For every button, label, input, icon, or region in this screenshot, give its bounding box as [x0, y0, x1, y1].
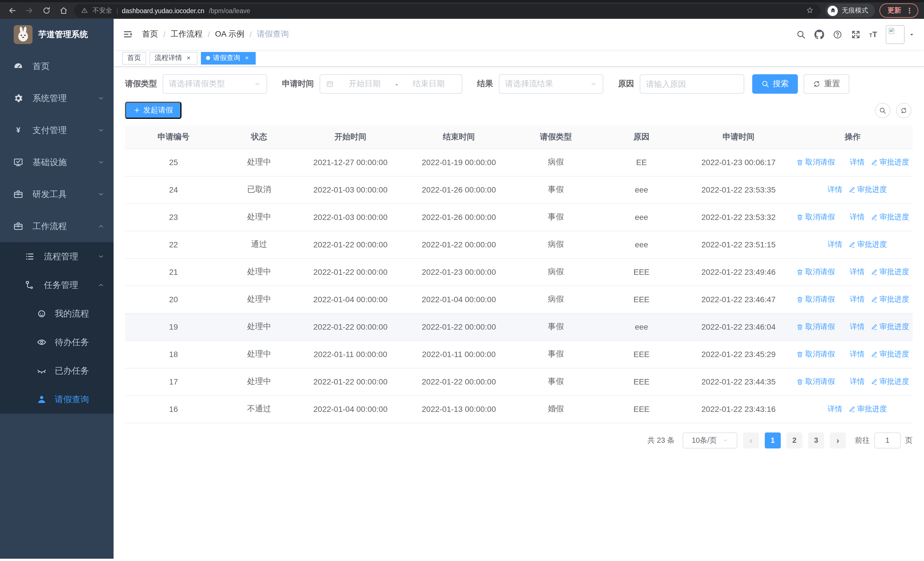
help-icon[interactable] — [832, 29, 842, 39]
sidebar-item-my-process[interactable]: 我的流程 — [0, 299, 114, 328]
close-icon[interactable]: × — [243, 54, 250, 62]
refresh-table-button[interactable] — [896, 102, 912, 118]
table-row[interactable]: 18处理中2022-01-11 00:00:002022-01-11 00:00… — [125, 340, 913, 368]
table-row[interactable]: 25处理中2021-12-27 00:00:002022-01-19 00:00… — [125, 149, 913, 176]
action-cancel-link[interactable]: 取消请假 — [796, 349, 835, 359]
action-detail-link[interactable]: 详情 — [818, 404, 842, 414]
sidebar-item-payment[interactable]: 支付管理 — [0, 114, 114, 146]
action-detail-link[interactable]: 详情 — [841, 212, 865, 222]
table-row[interactable]: 22通过2022-01-22 00:00:002022-01-22 00:00:… — [125, 231, 913, 258]
bookmark-star-icon[interactable] — [806, 6, 814, 15]
tags-view-bar: 首页 流程详情 × 请假查询 × — [114, 50, 924, 67]
sidebar-collapse-icon[interactable] — [123, 29, 133, 39]
cell-actions: 详情审批进度 — [793, 231, 913, 258]
action-cancel-link[interactable]: 取消请假 — [796, 376, 835, 387]
action-progress-link[interactable]: 审批进度 — [870, 376, 909, 387]
action-cancel-link[interactable]: 取消请假 — [796, 157, 835, 167]
progress-icon — [870, 378, 878, 385]
action-progress-link[interactable]: 审批进度 — [870, 157, 909, 167]
reason-label: 原因 — [618, 79, 634, 89]
font-size-icon[interactable]: TT — [869, 30, 877, 38]
action-cancel-link[interactable]: 取消请假 — [796, 322, 835, 332]
browser-update-button[interactable]: 更新 ⋮ — [879, 3, 918, 18]
reload-icon[interactable] — [40, 4, 52, 17]
action-progress-link[interactable]: 审批进度 — [848, 404, 887, 414]
result-placeholder: 请选择流结果 — [505, 79, 590, 89]
search-icon[interactable] — [796, 29, 806, 39]
prev-page-button[interactable]: ‹ — [743, 432, 759, 448]
tab-home[interactable]: 首页 — [122, 52, 146, 64]
sidebar-item-workflow[interactable]: 工作流程 — [0, 210, 114, 242]
fullscreen-icon[interactable] — [851, 29, 861, 39]
sidebar-item-infra[interactable]: 基础设施 — [0, 146, 114, 178]
action-detail-link[interactable]: 详情 — [818, 185, 842, 195]
table-row[interactable]: 23处理中2022-01-03 00:00:002022-01-26 00:00… — [125, 203, 913, 231]
reason-input[interactable] — [640, 74, 744, 94]
action-progress-link[interactable]: 审批进度 — [870, 349, 909, 359]
action-cancel-link[interactable]: 取消请假 — [796, 267, 835, 277]
sidebar-item-home[interactable]: 首页 — [0, 50, 114, 82]
action-detail-link[interactable]: 详情 — [841, 322, 865, 332]
github-icon[interactable] — [814, 29, 824, 39]
breadcrumb-home[interactable]: 首页 — [142, 29, 158, 39]
next-page-button[interactable]: › — [830, 432, 846, 448]
kebab-menu-icon[interactable]: ⋮ — [906, 7, 913, 14]
close-icon[interactable]: × — [185, 54, 192, 62]
user-avatar-menu[interactable] — [886, 25, 915, 44]
sidebar-item-system[interactable]: 系统管理 — [0, 82, 114, 114]
action-detail-link[interactable]: 详情 — [841, 267, 865, 277]
tab-process-detail[interactable]: 流程详情 × — [150, 52, 198, 64]
sidebar-item-task-mgmt[interactable]: 任务管理 — [0, 271, 114, 299]
result-select[interactable]: 请选择流结果 — [499, 74, 603, 94]
action-progress-link[interactable]: 审批进度 — [870, 267, 909, 277]
action-progress-link[interactable]: 审批进度 — [870, 212, 909, 222]
search-button[interactable]: 搜索 — [752, 74, 798, 94]
address-bar[interactable]: 不安全 dashboard.yudao.iocoder.cn/bpm/oa/le… — [74, 4, 821, 17]
action-cancel-link[interactable]: 取消请假 — [796, 212, 835, 222]
action-progress-link[interactable]: 审批进度 — [848, 185, 887, 195]
action-cancel-link[interactable]: 取消请假 — [796, 294, 835, 304]
list-icon — [23, 251, 36, 262]
action-detail-link[interactable]: 详情 — [841, 349, 865, 359]
jump-page-input[interactable] — [874, 432, 901, 448]
cell-end-time: 2022-01-22 00:00:00 — [405, 231, 513, 258]
sidebar-item-devtools[interactable]: 研发工具 — [0, 178, 114, 210]
breadcrumb-workflow[interactable]: 工作流程 — [171, 29, 202, 39]
tab-leave-query[interactable]: 请假查询 × — [201, 52, 256, 64]
action-detail-link[interactable]: 详情 — [841, 376, 865, 387]
table-row[interactable]: 17处理中2022-01-22 00:00:002022-01-22 00:00… — [125, 368, 913, 396]
page-button-2[interactable]: 2 — [786, 432, 802, 448]
page-button-1[interactable]: 1 — [765, 432, 781, 448]
table-row[interactable]: 19处理中2022-01-22 00:00:002022-01-22 00:00… — [125, 313, 913, 340]
create-leave-button[interactable]: 发起请假 — [125, 102, 182, 119]
action-progress-link[interactable]: 审批进度 — [870, 322, 909, 332]
chevron-down-icon — [98, 159, 105, 165]
reset-button[interactable]: 重置 — [804, 74, 849, 94]
tab-label: 首页 — [127, 53, 141, 63]
detail-icon — [818, 405, 826, 413]
sidebar-item-process-mgmt[interactable]: 流程管理 — [0, 242, 114, 271]
cancel-icon — [796, 323, 804, 331]
breadcrumb-oa-example[interactable]: OA 示例 — [215, 29, 244, 39]
app-logo-row[interactable]: 芋道管理系统 — [0, 19, 114, 50]
back-arrow-icon[interactable] — [6, 4, 18, 17]
hide-search-button[interactable] — [875, 102, 890, 118]
page-size-select[interactable]: 10条/页 — [682, 432, 737, 448]
forward-arrow-icon[interactable] — [23, 4, 35, 17]
table-row[interactable]: 20处理中2022-01-04 00:00:002022-01-04 00:00… — [125, 286, 913, 313]
home-icon[interactable] — [57, 4, 70, 17]
action-detail-link[interactable]: 详情 — [818, 239, 842, 250]
sidebar-item-done-tasks[interactable]: 已办任务 — [0, 356, 114, 385]
table-row[interactable]: 21处理中2022-01-22 00:00:002022-01-23 00:00… — [125, 258, 913, 286]
action-progress-link[interactable]: 审批进度 — [848, 239, 887, 250]
page-button-3[interactable]: 3 — [808, 432, 824, 448]
action-detail-link[interactable]: 详情 — [841, 157, 865, 167]
action-progress-link[interactable]: 审批进度 — [870, 294, 909, 304]
apply-time-range-picker[interactable]: 开始日期 - 结束日期 — [320, 74, 462, 94]
action-detail-link[interactable]: 详情 — [841, 294, 865, 304]
table-row[interactable]: 16不通过2022-01-04 00:00:002022-01-13 00:00… — [125, 396, 913, 423]
sidebar-item-todo-tasks[interactable]: 待办任务 — [0, 328, 114, 356]
leave-type-select[interactable]: 请选择请假类型 — [163, 74, 267, 94]
table-row[interactable]: 24已取消2022-01-03 00:00:002022-01-26 00:00… — [125, 176, 913, 203]
sidebar-item-leave-query[interactable]: 请假查询 — [0, 385, 114, 414]
